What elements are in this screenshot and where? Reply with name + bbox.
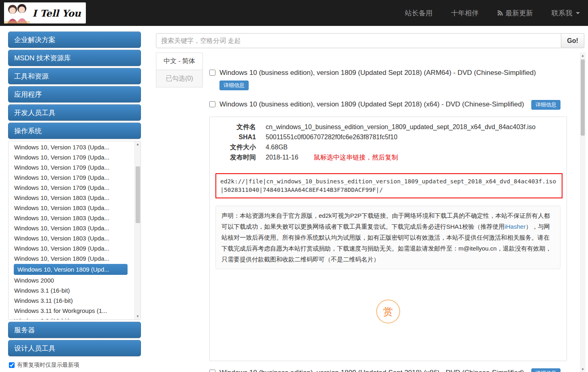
nav-link-label: 联系我 <box>552 9 572 18</box>
site-logo-link[interactable]: I Tell You <box>4 2 86 23</box>
result-item-x64: Windows 10 (business edition), version 1… <box>209 100 567 110</box>
os-list-item[interactable]: Windows 10, Version 1809 (Upda... <box>9 243 134 253</box>
field-value: 2018-11-16 <box>266 154 298 161</box>
nav-link-latest-updates[interactable]: 最新更新 <box>497 9 533 18</box>
search-input[interactable] <box>156 33 561 48</box>
os-list-scrollbar[interactable]: ▲ ▼ <box>134 141 141 319</box>
latest-only-checkbox[interactable] <box>9 362 15 368</box>
sidebar-item-applications[interactable]: 应用程序 <box>8 86 141 102</box>
scroll-up-icon[interactable]: ▲ <box>135 141 141 147</box>
sidebar-item-msdn-library[interactable]: MSDN 技术资源库 <box>8 50 141 66</box>
os-list-item[interactable]: Windows 10, Version 1803 (Upda... <box>9 213 134 223</box>
result-title: Windows 10 (business edition), version 1… <box>219 68 536 78</box>
os-list-item[interactable]: Windows 10, Version 1803 (Upda... <box>9 223 134 233</box>
result-checkbox[interactable] <box>209 70 215 76</box>
caret-down-icon <box>576 12 580 14</box>
os-list-item[interactable]: Windows 10, Version 1703 (Upda... <box>9 142 134 152</box>
os-list-item[interactable]: Windows 10, Version 1809 (Upda... <box>9 253 134 264</box>
field-label: 文件名 <box>219 122 256 132</box>
tab-chinese-simplified[interactable]: 中文 - 简体 <box>156 53 203 70</box>
sidebar-item-enterprise-solutions[interactable]: 企业解决方案 <box>8 32 141 48</box>
field-label: SHA1 <box>219 132 256 142</box>
file-details-panel: 文件名cn_windows_10_business_edition_versio… <box>209 117 567 361</box>
os-scrollbar-thumb[interactable] <box>136 166 140 223</box>
result-title: Windows 10 (business edition), version 1… <box>219 368 524 372</box>
field-filename: 文件名cn_windows_10_business_edition_versio… <box>210 122 567 132</box>
field-filesize: 文件大小4.68GB <box>210 142 567 152</box>
search-bar: Go! <box>156 33 584 48</box>
main-scrollbar-thumb[interactable] <box>581 60 585 136</box>
result-checkbox[interactable] <box>209 370 215 372</box>
latest-only-label: 有重复项时仅显示最新项 <box>17 361 79 369</box>
scroll-up-icon[interactable]: ▲ <box>580 53 586 58</box>
sidebar-item-operating-systems[interactable]: 操作系统 <box>8 123 141 139</box>
sidebar-item-servers[interactable]: 服务器 <box>8 322 141 338</box>
field-value: 50011551c0f006707282f0fc6e263f8781fc5f10 <box>266 134 397 140</box>
tab-checked-items[interactable]: 已勾选(0) <box>156 70 203 87</box>
scroll-down-icon[interactable]: ▼ <box>135 313 141 319</box>
nav-link-contact-dropdown[interactable]: 联系我 <box>552 9 580 18</box>
main-scrollbar[interactable]: ▲ ▼ <box>580 53 586 372</box>
ed2k-link-box[interactable]: ed2k://|file|cn_windows_10_business_edit… <box>215 173 562 198</box>
language-tabs: 中文 - 简体 已勾选(0) <box>156 53 203 87</box>
result-checkbox[interactable] <box>209 101 215 107</box>
nav-link-label: 十年相伴 <box>451 9 479 18</box>
field-value: cn_windows_10_business_edition_version_1… <box>266 123 535 130</box>
donate-button[interactable]: 赏 <box>376 300 400 323</box>
navbar-links: 站长备用 十年相伴 最新更新 联系我 <box>405 0 580 26</box>
sidebar-item-developer-tools[interactable]: 开发人员工具 <box>8 104 141 121</box>
nav-link-label: 站长备用 <box>405 9 432 18</box>
category-sidebar: 企业解决方案 MSDN 技术资源库 工具和资源 应用程序 开发人员工具 操作系统… <box>8 32 141 369</box>
os-list-item[interactable]: Windows 10, Version 1803 (Upda... <box>9 203 134 213</box>
sidebar-item-tools-resources[interactable]: 工具和资源 <box>8 68 141 84</box>
latest-only-filter: 有重复项时仅显示最新项 <box>8 361 141 369</box>
nav-link-ten-years[interactable]: 十年相伴 <box>451 9 479 18</box>
rss-icon <box>497 10 503 16</box>
detail-button[interactable]: 详细信息 <box>219 81 249 90</box>
nav-link-webmaster-backup[interactable]: 站长备用 <box>405 9 432 18</box>
os-list-item[interactable]: Windows 2000 <box>9 275 134 285</box>
nav-link-label: 最新更新 <box>505 9 533 18</box>
result-item-x86: Windows 10 (business edition), version 1… <box>209 368 567 372</box>
search-go-button[interactable]: Go! <box>561 33 584 48</box>
os-list-item[interactable]: Windows 3.2 (16-bit) <box>9 316 134 320</box>
detail-button[interactable]: 详细信息 <box>531 368 560 372</box>
result-title: Windows 10 (business edition), version 1… <box>219 100 524 109</box>
scroll-down-icon[interactable]: ▼ <box>580 366 586 372</box>
field-value: 4.68GB <box>266 144 288 151</box>
top-navbar: I Tell You 站长备用 十年相伴 最新更新 联系我 <box>0 0 588 26</box>
os-list-item[interactable]: Windows 10, Version 1709 (Upda... <box>9 152 134 162</box>
os-list-item[interactable]: Windows 10, Version 1803 (Upda... <box>9 193 134 203</box>
os-list-item[interactable]: Windows 3.11 for Workgroups (1... <box>9 306 134 316</box>
results-list: Windows 10 (business edition), version 1… <box>209 53 567 372</box>
ed2k-link-text[interactable]: ed2k://|file|cn_windows_10_business_edit… <box>220 178 556 193</box>
os-list-item[interactable]: Windows 10, Version 1709 (Upda... <box>9 162 134 172</box>
os-list-item[interactable]: Windows 3.11 (16-bit) <box>9 295 134 306</box>
disclaimer-pre: 声明：本站资源均来自于官方原版，ed2k可视为P2P下载链接。由于网络环境和下载… <box>222 212 550 230</box>
os-list-item[interactable]: Windows 3.1 (16-bit) <box>9 285 134 295</box>
sidebar-item-designer-tools[interactable]: 设计人员工具 <box>8 340 141 356</box>
result-item-arm64: Windows 10 (business edition), version 1… <box>209 68 567 90</box>
detail-button[interactable]: 详细信息 <box>531 100 560 110</box>
copy-link-hint: 鼠标选中这串链接，然后复制 <box>314 154 398 161</box>
os-list-item[interactable]: Windows 10, Version 1803 (Upda... <box>9 233 134 243</box>
brand-title: I Tell You <box>30 8 86 19</box>
logo-image <box>4 2 30 23</box>
field-release-date: 发布时间2018-11-16鼠标选中这串链接，然后复制 <box>210 152 567 162</box>
os-list-item[interactable]: Windows 10, Version 1709 (Upda... <box>9 172 134 183</box>
disclaimer-text: 声明：本站资源均来自于官方原版，ed2k可视为P2P下载链接。由于网络环境和下载… <box>215 206 560 269</box>
os-list-item[interactable]: Windows 10, Version 1709 (Upda... <box>9 183 134 193</box>
ihasher-link[interactable]: iHasher <box>505 223 526 230</box>
os-version-list-panel: Windows 10, Version 1703 (Upda... Window… <box>8 141 141 320</box>
field-sha1: SHA150011551c0f006707282f0fc6e263f8781fc… <box>210 132 567 142</box>
field-label: 发布时间 <box>219 152 256 162</box>
os-list-item-selected[interactable]: Windows 10, Version 1809 (Upd... <box>14 264 128 275</box>
os-version-list: Windows 10, Version 1703 (Upda... Window… <box>9 142 134 320</box>
field-label: 文件大小 <box>219 142 256 152</box>
